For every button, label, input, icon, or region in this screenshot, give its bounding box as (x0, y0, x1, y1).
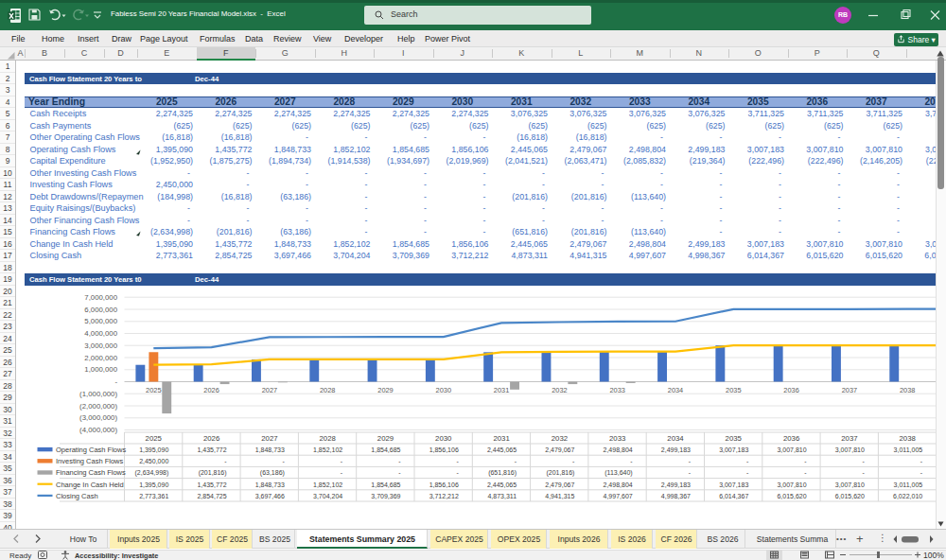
svg-text:1,395,090: 1,395,090 (139, 481, 168, 488)
svg-text:7,000,000: 7,000,000 (84, 293, 117, 302)
svg-text:3,011,005: 3,011,005 (894, 446, 923, 453)
svg-text:1,856,106: 1,856,106 (429, 446, 459, 453)
svg-text:(201,816): (201,816) (199, 469, 227, 477)
svg-text:2029: 2029 (377, 434, 394, 443)
svg-text:6,014,367: 6,014,367 (719, 493, 748, 499)
svg-text:4,873,311: 4,873,311 (487, 493, 517, 499)
svg-text:2027: 2027 (261, 434, 277, 443)
svg-text:-: - (224, 458, 227, 464)
svg-text:2,499,183: 2,499,183 (661, 481, 691, 488)
svg-text:(4,000,000): (4,000,000) (79, 426, 117, 434)
svg-text:-: - (746, 458, 749, 464)
svg-text:6,015,620: 6,015,620 (777, 493, 806, 499)
svg-text:1,000,000: 1,000,000 (84, 365, 117, 374)
svg-text:1,435,772: 1,435,772 (197, 446, 226, 453)
svg-text:2030: 2030 (436, 386, 451, 394)
svg-text:2027: 2027 (262, 386, 277, 394)
svg-text:3,007,183: 3,007,183 (719, 446, 748, 453)
svg-text:6,022,010: 6,022,010 (893, 493, 922, 499)
svg-text:1,856,106: 1,856,106 (429, 481, 459, 488)
svg-text:(201,816): (201,816) (546, 469, 574, 477)
svg-text:6,015,620: 6,015,620 (835, 493, 865, 499)
svg-text:-: - (515, 458, 517, 464)
svg-text:Change In Cash Held: Change In Cash Held (56, 481, 124, 489)
svg-text:1,435,772: 1,435,772 (197, 481, 226, 488)
svg-text:3,007,810: 3,007,810 (835, 481, 865, 488)
svg-text:2038: 2038 (900, 434, 916, 443)
svg-text:2034: 2034 (667, 434, 684, 443)
svg-text:3,712,212: 3,712,212 (429, 493, 459, 499)
svg-text:2038: 2038 (900, 386, 915, 394)
svg-text:(651,816): (651,816) (488, 469, 517, 477)
svg-text:2,445,065: 2,445,065 (487, 446, 517, 453)
svg-text:2,498,804: 2,498,804 (604, 481, 633, 488)
svg-text:2030: 2030 (435, 434, 452, 443)
svg-text:2033: 2033 (609, 386, 624, 394)
svg-text:-: - (341, 469, 343, 476)
svg-text:2,000,000: 2,000,000 (84, 354, 117, 362)
svg-text:2035: 2035 (726, 434, 743, 443)
svg-text:1,852,102: 1,852,102 (313, 446, 342, 453)
svg-text:3,007,810: 3,007,810 (835, 446, 865, 453)
svg-text:2028: 2028 (320, 386, 335, 394)
svg-text:(2,000,000): (2,000,000) (79, 402, 117, 411)
svg-text:2032: 2032 (552, 434, 568, 443)
svg-text:Operating Cash Flows: Operating Cash Flows (56, 446, 126, 454)
svg-text:6,000,000: 6,000,000 (84, 306, 117, 314)
svg-text:3,011,005: 3,011,005 (894, 481, 923, 488)
svg-text:1,848,733: 1,848,733 (255, 446, 285, 453)
svg-text:2,773,361: 2,773,361 (139, 493, 168, 499)
svg-text:-: - (398, 469, 401, 476)
svg-text:2037: 2037 (841, 434, 857, 443)
svg-text:2026: 2026 (203, 386, 219, 394)
svg-text:3,709,369: 3,709,369 (371, 493, 400, 499)
svg-text:-: - (689, 469, 692, 476)
svg-text:2029: 2029 (377, 386, 393, 394)
svg-text:-: - (804, 458, 807, 464)
svg-text:-: - (283, 458, 286, 464)
svg-text:-: - (456, 458, 459, 464)
svg-text:-: - (341, 458, 343, 464)
svg-text:-: - (920, 469, 923, 476)
svg-text:2,450,000: 2,450,000 (139, 458, 168, 464)
svg-text:(2,634,998): (2,634,998) (134, 469, 168, 477)
svg-text:1,854,685: 1,854,685 (371, 446, 400, 453)
svg-text:-: - (630, 458, 633, 464)
svg-text:-: - (398, 458, 401, 464)
svg-text:-: - (804, 469, 807, 476)
svg-text:2026: 2026 (203, 434, 219, 443)
svg-text:(63,186): (63,186) (260, 469, 285, 477)
svg-text:4,997,607: 4,997,607 (604, 493, 633, 499)
svg-text:2036: 2036 (783, 434, 799, 443)
svg-text:2,479,067: 2,479,067 (545, 446, 574, 453)
svg-text:1,848,733: 1,848,733 (255, 481, 285, 488)
svg-text:(1,000,000): (1,000,000) (79, 390, 117, 398)
svg-text:3,007,183: 3,007,183 (719, 481, 748, 488)
svg-text:4,000,000: 4,000,000 (84, 329, 117, 338)
svg-text:2,479,067: 2,479,067 (545, 481, 574, 488)
svg-text:-: - (746, 469, 749, 476)
svg-text:3,007,810: 3,007,810 (777, 446, 806, 453)
svg-text:2037: 2037 (842, 386, 857, 394)
svg-text:2025: 2025 (146, 434, 163, 443)
svg-text:(3,000,000): (3,000,000) (79, 413, 117, 422)
svg-text:3,704,204: 3,704,204 (313, 493, 342, 499)
svg-text:4,941,315: 4,941,315 (545, 493, 574, 499)
svg-text:2,498,804: 2,498,804 (604, 446, 633, 453)
svg-text:2036: 2036 (783, 386, 798, 394)
svg-text:-: - (572, 458, 575, 464)
svg-text:2,499,183: 2,499,183 (661, 446, 691, 453)
svg-text:2025: 2025 (146, 386, 161, 394)
svg-text:2032: 2032 (552, 386, 567, 394)
svg-text:-: - (114, 377, 117, 386)
svg-text:2,854,725: 2,854,725 (197, 493, 226, 499)
svg-text:4,998,367: 4,998,367 (661, 493, 691, 499)
svg-text:Financing Cash Flows: Financing Cash Flows (56, 468, 126, 477)
svg-text:5,000,000: 5,000,000 (84, 317, 117, 325)
svg-text:Investing Cash Flows: Investing Cash Flows (56, 457, 124, 465)
svg-text:Closing Cash: Closing Cash (56, 492, 98, 500)
svg-text:2028: 2028 (320, 434, 336, 443)
svg-text:1,395,090: 1,395,090 (139, 446, 168, 453)
svg-text:3,697,466: 3,697,466 (255, 493, 285, 499)
svg-text:1,852,102: 1,852,102 (313, 481, 342, 488)
